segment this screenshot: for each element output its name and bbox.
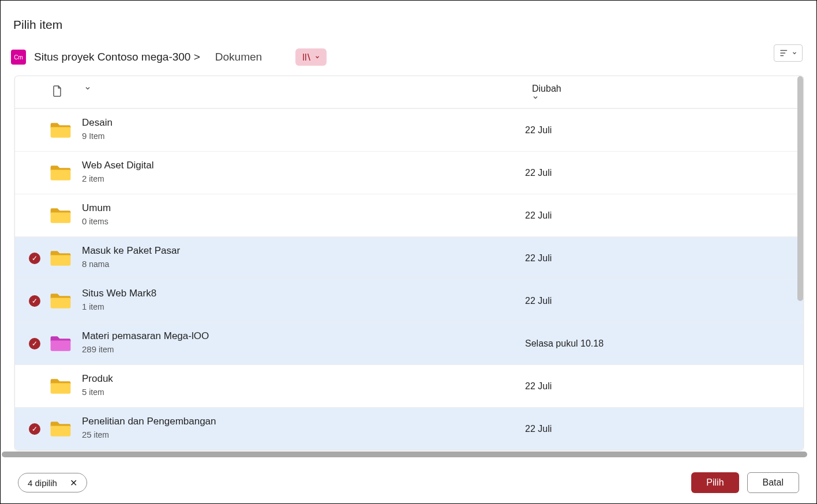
folder-icon [50, 164, 72, 182]
item-name: Web Aset Digital [82, 160, 153, 171]
clear-selection-icon[interactable]: ✕ [70, 477, 77, 488]
view-switch-button[interactable] [295, 48, 327, 66]
dialog-title: Pilih item [13, 18, 62, 32]
item-name: Desain [82, 117, 113, 129]
horizontal-scrollbar[interactable] [2, 452, 807, 457]
table-row[interactable]: ✓Penelitian dan Pengembangan25 item22 Ju… [15, 407, 803, 450]
selection-count-label: 4 dipilih [28, 478, 57, 488]
item-meta: 5 item [82, 387, 113, 397]
selected-check-icon[interactable]: ✓ [29, 423, 40, 435]
item-meta: 25 item [82, 430, 216, 439]
vertical-scrollbar[interactable] [797, 76, 803, 301]
item-modified: 22 Juli [525, 253, 552, 264]
item-name: Situs Web Mark8 [82, 288, 156, 299]
cancel-button[interactable]: Batal [747, 472, 799, 493]
chevron-down-icon [314, 54, 320, 60]
table-row[interactable]: ✓Umum0 items22 Juli [15, 194, 803, 236]
item-meta: 2 item [82, 174, 153, 183]
item-name: Penelitian dan Pengembangan [82, 416, 216, 427]
select-button[interactable]: Pilih [691, 472, 739, 493]
folder-icon [50, 378, 72, 395]
column-header-modified[interactable]: Diubah [532, 84, 803, 101]
column-header-modified-label: Diubah [532, 84, 561, 93]
item-modified: 22 Juli [525, 296, 552, 306]
item-name: Umum [82, 202, 111, 214]
chevron-down-icon [532, 94, 803, 101]
breadcrumb: Cm Situs proyek Contoso mega-300 > Dokum… [11, 48, 327, 66]
sort-lines-icon [779, 48, 789, 58]
column-header-row: Diubah [15, 76, 803, 108]
item-name: Produk [82, 373, 113, 385]
item-name: Masuk ke Paket Pasar [82, 245, 180, 257]
folder-icon [50, 207, 72, 224]
file-type-column-icon[interactable] [52, 85, 62, 100]
chevron-down-icon [792, 50, 797, 56]
item-modified: 22 Juli [525, 424, 552, 434]
breadcrumb-site[interactable]: Situs proyek Contoso mega-300 > [34, 51, 200, 63]
item-meta: 1 item [82, 302, 156, 311]
chevron-down-icon[interactable] [84, 85, 91, 100]
folder-icon [50, 122, 72, 139]
item-name: Materi pemasaran Mega-lOO [82, 330, 209, 342]
item-modified: 22 Juli [525, 210, 552, 221]
folder-icon [50, 250, 72, 267]
selected-check-icon[interactable]: ✓ [29, 253, 40, 264]
item-modified: 22 Juli [525, 381, 552, 392]
dialog-footer: 4 dipilih ✕ Pilih Batal [1, 462, 816, 503]
table-row[interactable]: ✓Materi pemasaran Mega-lOO289 itemSelasa… [15, 322, 803, 364]
item-modified: 22 Juli [525, 168, 552, 178]
table-row[interactable]: ✓Web Aset Digital2 item22 Juli [15, 151, 803, 194]
selected-check-icon[interactable]: ✓ [29, 338, 40, 349]
table-row[interactable]: ✓Produk5 item22 Juli [15, 364, 803, 407]
table-row[interactable]: ✓Desain9 Item22 Juli [15, 108, 803, 151]
library-icon [302, 52, 312, 62]
selection-chip: 4 dipilih ✕ [18, 473, 87, 492]
table-row[interactable]: ✓Masuk ke Paket Pasar8 nama22 Juli [15, 236, 803, 279]
site-badge: Cm [11, 50, 26, 65]
table-row[interactable]: ✓Situs Web Mark81 item22 Juli [15, 279, 803, 322]
folder-icon [50, 420, 72, 438]
folder-icon [50, 292, 72, 310]
item-meta: 289 item [82, 344, 209, 354]
item-meta: 8 nama [82, 259, 180, 269]
file-list: Diubah ✓Desain9 Item22 Juli✓Web Aset Dig… [14, 76, 804, 450]
item-meta: 9 Item [82, 131, 113, 141]
item-modified: 22 Juli [525, 125, 552, 136]
breadcrumb-library[interactable]: Dokumen [215, 51, 262, 63]
list-options-button[interactable] [774, 44, 803, 62]
selected-check-icon[interactable]: ✓ [29, 295, 40, 307]
folder-icon [50, 335, 72, 352]
item-modified: Selasa pukul 10.18 [525, 338, 604, 349]
item-meta: 0 items [82, 216, 111, 226]
